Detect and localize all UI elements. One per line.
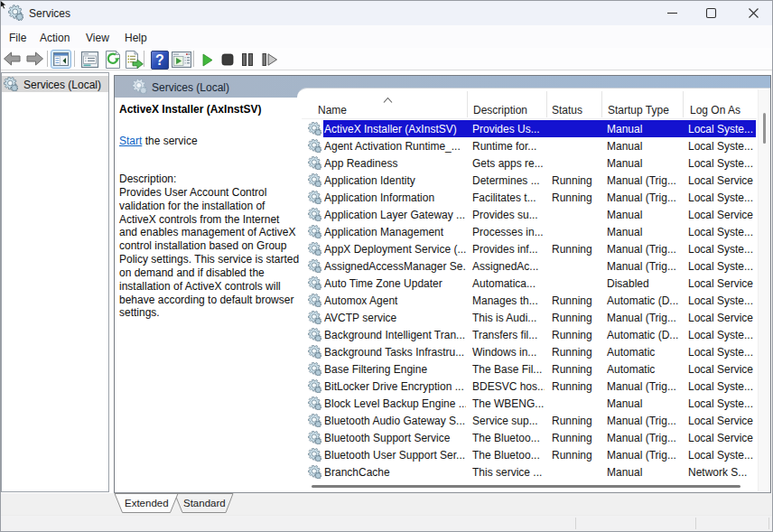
svg-text:?: ? — [155, 52, 164, 68]
